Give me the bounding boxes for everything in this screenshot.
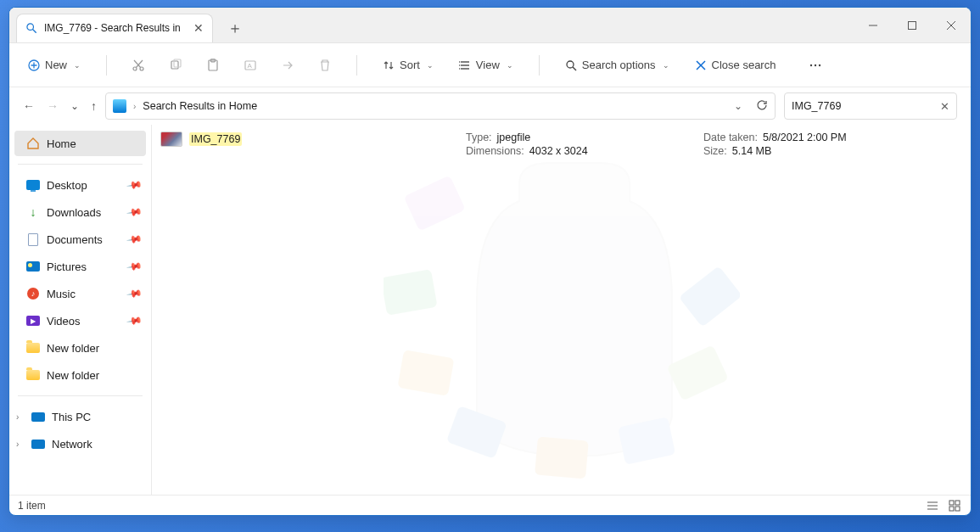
grid-view-icon [949,500,960,512]
sidebar-item-documents[interactable]: Documents 📌 [14,227,146,252]
chevron-down-icon: ⌄ [507,61,513,70]
downloads-icon: ↓ [26,205,40,219]
clear-search-button[interactable]: ✕ [940,100,949,113]
close-search-label: Close search [712,59,776,71]
type-label: Type: [466,132,492,143]
forward-button[interactable]: → [47,99,59,113]
refresh-button[interactable] [756,99,768,114]
delete-button[interactable] [312,53,338,78]
chevron-right-icon: › [16,412,19,422]
sidebar-item-downloads[interactable]: ↓ Downloads 📌 [14,199,146,225]
sidebar-separator [18,395,143,396]
close-search-button[interactable]: Close search [688,53,783,76]
copy-button[interactable] [163,53,188,78]
sidebar-item-thispc[interactable]: › This PC [14,404,146,429]
sidebar-item-home[interactable]: Home [14,131,146,156]
folder-icon [26,341,40,355]
music-icon: ♪ [26,287,40,300]
search-box[interactable]: IMG_7769 ✕ [784,92,957,120]
videos-icon: ▶ [26,314,40,328]
sidebar-item-network[interactable]: › Network [14,431,146,456]
up-button[interactable]: ↑ [91,99,97,113]
svg-point-30 [815,64,816,65]
sidebar-item-videos[interactable]: ▶ Videos 📌 [14,308,146,333]
close-window-button[interactable] [932,8,971,43]
svg-point-24 [459,68,460,70]
documents-icon [26,232,40,246]
file-name: IMG_7769 [189,132,242,146]
rename-icon: A [244,59,257,72]
path-text: Search Results in Home [143,100,257,112]
date-value: 5/8/2021 2:00 PM [763,132,847,143]
rename-button[interactable]: A [238,53,263,78]
svg-point-22 [459,61,460,63]
meta-col-2: Date taken: 5/8/2021 2:00 PM Size: 5.14 … [703,132,873,157]
size-label: Size: [703,145,727,157]
close-tab-button[interactable]: ✕ [193,21,204,35]
svg-text:A: A [248,62,253,70]
tab-current[interactable]: IMG_7769 - Search Results in ✕ [16,14,213,42]
svg-rect-36 [535,436,589,479]
path-box[interactable]: › Search Results in Home ⌄ [105,92,776,120]
search-result-row[interactable]: IMG_7769 Type: jpegfile Dimensions: 4032… [160,132,954,157]
dimensions-value: 4032 x 3024 [529,145,588,157]
item-count: 1 item [18,500,46,512]
addressbar: ← → ⌄ ↑ › Search Results in Home ⌄ IMG_7… [9,87,971,125]
paste-button[interactable] [200,53,226,78]
sidebar-item-label: Home [47,137,76,150]
home-icon [26,137,40,150]
copy-icon [169,59,182,72]
sidebar-item-label: New folder [47,342,99,355]
close-icon [695,59,707,71]
desktop-icon [26,178,40,192]
svg-rect-14 [174,59,181,67]
search-options-label: Search options [582,59,656,71]
svg-rect-46 [955,507,960,511]
svg-rect-38 [666,344,728,400]
svg-rect-43 [949,501,954,505]
titlebar: IMG_7769 - Search Results in ✕ ＋ [9,8,971,43]
sidebar-item-pictures[interactable]: Pictures 📌 [14,254,146,279]
search-options-button[interactable]: Search options ⌄ [558,53,676,76]
search-icon [565,59,577,71]
back-button[interactable]: ← [23,99,35,113]
thumbnails-view-button[interactable] [947,498,962,513]
separator [106,55,107,76]
search-value: IMG_7769 [792,100,841,112]
separator [539,55,540,76]
svg-line-26 [573,67,576,70]
details-view-button[interactable] [925,498,940,513]
sort-button[interactable]: Sort ⌄ [376,53,440,76]
new-tab-button[interactable]: ＋ [218,14,252,42]
svg-rect-32 [403,175,465,231]
minimize-button[interactable] [854,8,893,43]
sort-label: Sort [400,59,420,71]
new-button[interactable]: New ⌄ [21,53,87,76]
view-button[interactable]: View ⌄ [452,53,520,76]
date-label: Date taken: [703,132,758,143]
chevron-down-icon: ⌄ [663,61,669,70]
sidebar-item-label: Desktop [47,179,87,192]
share-button[interactable] [275,53,300,78]
refresh-icon [756,99,768,111]
location-icon [113,99,126,113]
sidebar-item-newfolder-2[interactable]: New folder [14,362,146,388]
chevron-down-icon: ⌄ [74,61,81,70]
maximize-button[interactable] [893,8,932,43]
svg-line-1 [33,30,36,33]
recent-locations-button[interactable]: ⌄ [70,100,79,112]
svg-rect-33 [384,269,438,316]
sidebar-item-music[interactable]: ♪ Music 📌 [14,281,146,306]
type-value: jpegfile [497,132,531,143]
more-button[interactable] [803,53,828,78]
size-value: 5.14 MB [732,145,772,157]
watermark-graphic [152,133,971,495]
path-dropdown-button[interactable]: ⌄ [734,100,742,112]
sidebar-item-label: New folder [47,369,99,382]
pin-icon: 📌 [126,285,143,302]
sidebar-item-desktop[interactable]: Desktop 📌 [14,172,146,198]
cut-button[interactable] [126,53,151,78]
folder-icon [26,368,40,382]
network-icon [31,437,45,451]
sidebar-item-newfolder-1[interactable]: New folder [14,335,146,361]
